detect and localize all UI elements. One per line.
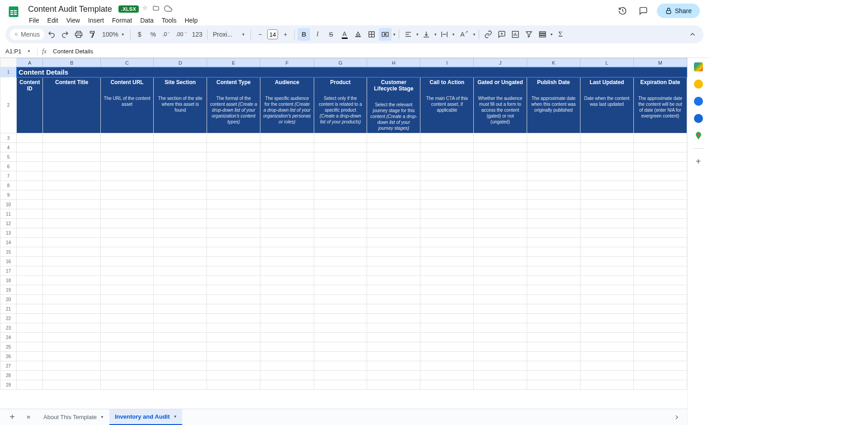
cell[interactable] <box>474 228 527 238</box>
cell[interactable] <box>527 352 580 361</box>
cell[interactable] <box>580 257 633 266</box>
row-header-11[interactable]: 11 <box>0 209 17 219</box>
decrease-decimal-button[interactable]: .0← <box>160 28 173 41</box>
cell[interactable] <box>154 304 207 314</box>
cell[interactable] <box>314 228 367 238</box>
cell[interactable] <box>420 247 474 257</box>
cell[interactable] <box>527 380 580 390</box>
cell[interactable] <box>633 200 687 209</box>
cell[interactable] <box>580 380 633 390</box>
cell[interactable] <box>260 380 314 390</box>
maps-side-icon[interactable] <box>694 131 703 140</box>
cell[interactable] <box>580 143 633 152</box>
cell[interactable] <box>207 323 260 333</box>
cell[interactable] <box>633 133 687 143</box>
cell[interactable] <box>420 295 474 304</box>
all-sheets-button[interactable]: ≡ <box>22 411 35 424</box>
italic-button[interactable]: I <box>311 28 324 41</box>
cell[interactable] <box>633 181 687 190</box>
cell[interactable] <box>260 323 314 333</box>
cell[interactable] <box>207 209 260 219</box>
cell[interactable] <box>314 133 367 143</box>
cell[interactable] <box>474 295 527 304</box>
cell[interactable] <box>420 143 474 152</box>
cell[interactable] <box>314 143 367 152</box>
cell[interactable] <box>260 352 314 361</box>
sheet-tab-inventory-and-audit[interactable]: Inventory and Audit▼ <box>109 409 183 425</box>
cell[interactable] <box>314 352 367 361</box>
cell[interactable] <box>527 361 580 371</box>
header-cell[interactable]: Customer Lifecycle StageSelect the relev… <box>367 77 420 133</box>
row-header-12[interactable]: 12 <box>0 219 17 228</box>
cell[interactable] <box>100 276 154 285</box>
h-align-button[interactable] <box>402 28 415 41</box>
cell[interactable] <box>420 162 474 171</box>
cell[interactable] <box>474 143 527 152</box>
cell[interactable] <box>420 361 474 371</box>
cell[interactable] <box>260 171 314 181</box>
cell[interactable] <box>17 361 43 371</box>
merge-dropdown[interactable]: ▼ <box>392 33 396 37</box>
cell[interactable] <box>260 228 314 238</box>
cell[interactable] <box>314 209 367 219</box>
cell[interactable] <box>580 333 633 342</box>
cell[interactable] <box>474 333 527 342</box>
cell[interactable] <box>43 190 100 200</box>
cell[interactable] <box>527 200 580 209</box>
cell[interactable] <box>367 304 420 314</box>
row-header-4[interactable]: 4 <box>0 143 17 152</box>
cell[interactable] <box>580 181 633 190</box>
menu-edit[interactable]: Edit <box>44 15 62 26</box>
cell[interactable] <box>100 257 154 266</box>
cell[interactable] <box>154 152 207 162</box>
row-header-27[interactable]: 27 <box>0 361 17 371</box>
cell[interactable] <box>474 133 527 143</box>
cell[interactable] <box>580 314 633 323</box>
cell[interactable] <box>367 219 420 228</box>
row-header-17[interactable]: 17 <box>0 266 17 276</box>
cell[interactable] <box>314 238 367 247</box>
cell[interactable] <box>580 371 633 380</box>
cell[interactable] <box>17 228 43 238</box>
cell[interactable] <box>154 333 207 342</box>
cell[interactable] <box>207 171 260 181</box>
cell[interactable] <box>260 266 314 276</box>
cell[interactable] <box>43 152 100 162</box>
menu-view[interactable]: View <box>63 15 84 26</box>
cell[interactable] <box>314 314 367 323</box>
cell[interactable] <box>17 266 43 276</box>
row-header-6[interactable]: 6 <box>0 162 17 171</box>
cell[interactable] <box>633 162 687 171</box>
cell[interactable] <box>314 323 367 333</box>
cell[interactable] <box>580 133 633 143</box>
row-header-9[interactable]: 9 <box>0 190 17 200</box>
cell[interactable] <box>367 314 420 323</box>
cell[interactable] <box>580 228 633 238</box>
row-header-14[interactable]: 14 <box>0 238 17 247</box>
cell[interactable] <box>314 257 367 266</box>
cell[interactable] <box>314 171 367 181</box>
cell[interactable] <box>43 162 100 171</box>
cell[interactable] <box>43 285 100 295</box>
cell[interactable] <box>527 238 580 247</box>
cell[interactable] <box>474 152 527 162</box>
cell[interactable] <box>580 266 633 276</box>
cell[interactable] <box>43 371 100 380</box>
select-all-corner[interactable] <box>0 58 17 67</box>
cell[interactable] <box>100 285 154 295</box>
cell[interactable] <box>633 219 687 228</box>
cell[interactable] <box>260 314 314 323</box>
cell[interactable] <box>633 171 687 181</box>
cell[interactable] <box>420 371 474 380</box>
cell[interactable] <box>367 228 420 238</box>
number-format-button[interactable]: 123 <box>190 28 204 41</box>
menu-file[interactable]: File <box>25 15 43 26</box>
cell[interactable] <box>207 285 260 295</box>
cell[interactable] <box>100 361 154 371</box>
cell[interactable] <box>260 200 314 209</box>
cell[interactable] <box>207 152 260 162</box>
functions-button[interactable]: Σ <box>554 28 567 41</box>
cell[interactable] <box>43 133 100 143</box>
cell[interactable] <box>17 380 43 390</box>
col-header-I[interactable]: I <box>420 58 474 67</box>
